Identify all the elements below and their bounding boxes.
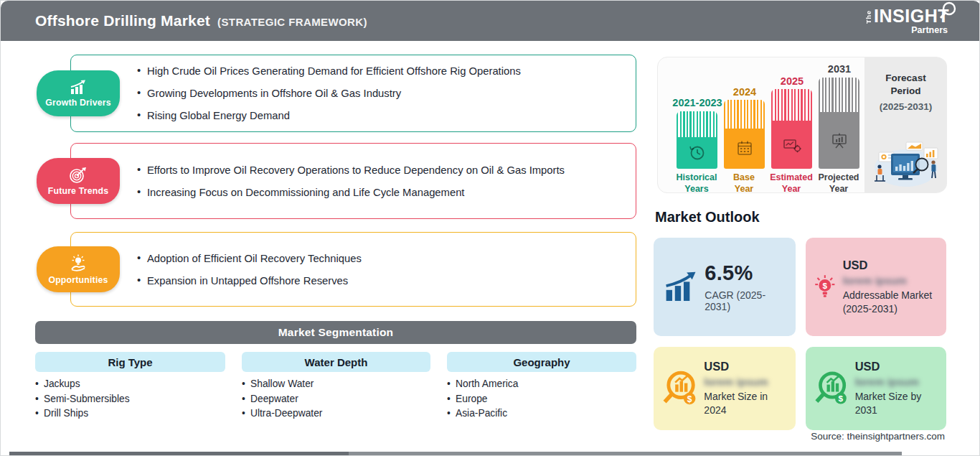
segment-header-label: Rig Type xyxy=(108,356,152,368)
infographic-canvas: Offshore Drilling Market (STRATEGIC FRAM… xyxy=(0,0,980,456)
label-line: Year xyxy=(782,184,801,194)
blurred-value: lorem ipsum xyxy=(704,376,787,388)
list-item: Efforts to Improve Oil Recovery Operatio… xyxy=(137,164,618,176)
analytics-illustration xyxy=(869,136,943,188)
badge-label: Opportunities xyxy=(48,275,108,285)
historical-years-bar xyxy=(677,111,717,169)
card-text: USD lorem ipsum Market Size in 2024 xyxy=(704,360,787,417)
market-segmentation-title: Market Segmentation xyxy=(278,326,394,339)
bar-stripe xyxy=(677,111,717,137)
bar-category-label: Base Year xyxy=(719,172,769,195)
blurred-value: lorem ipsum xyxy=(843,274,938,287)
card-text: 6.5% CAGR (2025-2031) xyxy=(705,261,787,312)
water-depth-list: Shallow Water Deepwater Ultra-Deepwater xyxy=(242,377,322,422)
year-label: 2024 xyxy=(712,86,777,98)
list-item: North America xyxy=(447,377,518,392)
calendar-icon xyxy=(735,139,754,158)
list-item: Drill Ships xyxy=(35,406,130,422)
header-titles: Offshore Drilling Market (STRATEGIC FRAM… xyxy=(35,12,367,29)
list-item: High Crude Oil Prices Generating Demand … xyxy=(137,65,618,77)
segment-header-label: Geography xyxy=(513,356,570,368)
list-item: Jackups xyxy=(35,377,130,392)
currency-label: USD xyxy=(855,360,938,373)
cagr-label: CAGR (2025-2031) xyxy=(705,289,787,312)
label-line: Base xyxy=(733,172,755,182)
magnifier-chart-orange-icon: $ xyxy=(661,368,698,409)
currency-label: USD xyxy=(843,259,938,272)
card-label: Market Size in 2024 xyxy=(704,390,787,417)
forecast-label: Forecast Period xyxy=(864,72,947,97)
list-item: Shallow Water xyxy=(242,377,322,392)
growth-drivers-badge: Growth Drivers xyxy=(37,70,120,116)
projected-year-bar xyxy=(819,78,859,169)
bar-chart-growth-icon xyxy=(68,80,88,96)
list-item: Deepwater xyxy=(242,392,322,407)
card-text: USD lorem ipsum Addressable Market (2025… xyxy=(843,259,938,316)
list-item: Growing Developments in Offshore Oil & G… xyxy=(137,88,618,99)
footer-bar xyxy=(9,452,902,455)
cagr-value: 6.5% xyxy=(705,261,787,285)
badge-label: Growth Drivers xyxy=(45,98,111,108)
list-item: Rising Global Energy Demand xyxy=(137,110,618,121)
bar-body xyxy=(724,129,765,169)
bar-category-label: Historical Years xyxy=(672,172,722,195)
market-size-2024-card: $ USD lorem ipsum Market Size in 2024 xyxy=(654,347,796,430)
target-icon xyxy=(69,167,88,184)
clock-history-icon xyxy=(688,144,707,162)
bar-stripe xyxy=(771,89,812,121)
label-line: Years xyxy=(684,184,708,194)
opportunities-badge: Opportunities xyxy=(37,246,120,292)
cagr-card: 6.5% CAGR (2025-2031) xyxy=(654,238,796,336)
page-title: Offshore Drilling Market xyxy=(35,12,210,29)
future-trends-badge: Future Trends xyxy=(37,158,120,204)
magnifier-chart-green-icon: $ xyxy=(813,368,849,409)
card-label: Addressable Market (2025-2031) xyxy=(843,289,938,316)
market-size-2031-card: $ USD lorem ipsum Market Size by 2031 xyxy=(806,347,946,430)
list-item: Semi-Submersibles xyxy=(35,392,130,407)
label-line: Estimated xyxy=(770,172,813,182)
bar-body xyxy=(771,121,812,169)
blurred-value: lorem ipsum xyxy=(855,376,938,388)
page-subtitle: (STRATEGIC FRAMEWORK) xyxy=(217,16,367,28)
opportunities-list: Adoption of Efficient Oil Recovery Techn… xyxy=(137,253,618,287)
svg-text:$: $ xyxy=(687,394,692,404)
list-item: Expansion in Untapped Offshore Reserves xyxy=(137,275,618,287)
rig-type-list: Jackups Semi-Submersibles Drill Ships xyxy=(35,377,130,422)
timeline-panel: 2021-2023 2024 2025 2031 xyxy=(657,57,946,193)
estimated-year-bar xyxy=(771,89,812,169)
forecast-range: (2025-2031) xyxy=(864,101,947,112)
year-label: 2031 xyxy=(807,63,872,75)
logo-the: The xyxy=(866,10,872,24)
header-bar: Offshore Drilling Market (STRATEGIC FRAM… xyxy=(1,1,980,41)
badge-label: Future Trends xyxy=(48,186,109,196)
future-trends-list: Efforts to Improve Oil Recovery Operatio… xyxy=(137,164,618,198)
addressable-market-card: $ USD lorem ipsum Addressable Market (20… xyxy=(806,238,946,336)
segment-header-geography: Geography xyxy=(447,352,636,372)
geography-list: North America Europe Asia-Pacific xyxy=(447,377,518,422)
segment-header-water-depth: Water Depth xyxy=(242,352,430,372)
bar-stripe xyxy=(819,78,859,112)
opportunities-box: Adoption of Efficient Oil Recovery Techn… xyxy=(70,232,636,307)
logo-partners: Partners xyxy=(911,26,948,35)
list-item: Increasing Focus on Decommissioning and … xyxy=(137,187,618,198)
source-attribution: Source: theinsightpartners.com xyxy=(811,431,945,442)
svg-text:$: $ xyxy=(823,280,828,289)
estimate-chart-gear-icon xyxy=(782,136,802,154)
bar-body xyxy=(819,112,859,169)
future-trends-box: Efforts to Improve Oil Recovery Operatio… xyxy=(70,143,636,219)
list-item: Adoption of Efficient Oil Recovery Techn… xyxy=(137,253,618,264)
label-line: Forecast xyxy=(885,73,925,83)
label-line: Year xyxy=(829,184,848,194)
bar-category-label: Projected Year xyxy=(814,172,864,195)
magnifier-logo-icon xyxy=(936,1,958,23)
label-line: Historical xyxy=(677,172,717,182)
card-label: Market Size by 2031 xyxy=(855,390,938,417)
list-item: Ultra-Deepwater xyxy=(242,406,322,422)
label-line: Period xyxy=(890,85,920,96)
forecast-period-panel: Forecast Period (2025-2031) xyxy=(864,57,947,192)
segment-header-label: Water Depth xyxy=(305,356,368,368)
year-label: 2025 xyxy=(760,75,824,87)
bar-stripe xyxy=(724,100,765,129)
growth-drivers-list: High Crude Oil Prices Generating Demand … xyxy=(137,65,618,121)
label-line: Year xyxy=(735,184,753,194)
